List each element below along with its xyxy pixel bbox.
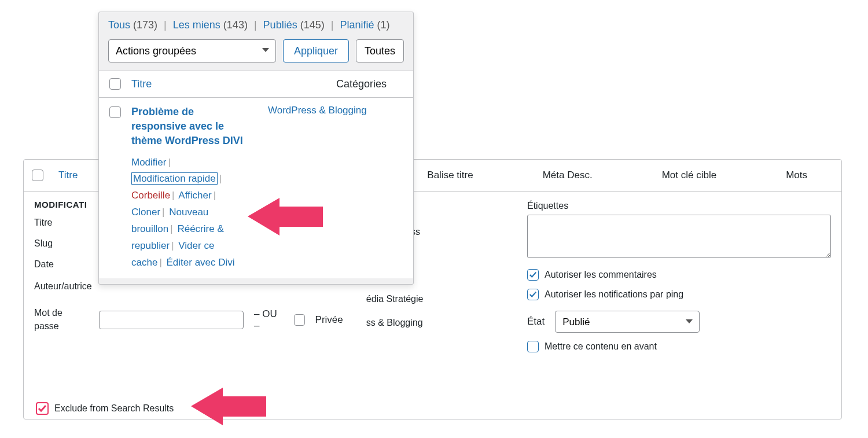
label-slug: Slug — [34, 238, 92, 249]
apply-button[interactable]: Appliquer — [283, 39, 349, 62]
action-edit[interactable]: Modifier — [131, 157, 166, 168]
label-allow-comments: Autoriser les commentaires — [545, 270, 657, 280]
bulk-actions-select[interactable]: Actions groupées — [108, 39, 276, 62]
col-balise-titre[interactable]: Balise titre — [427, 170, 473, 181]
filter-all[interactable]: Tous — [108, 19, 130, 31]
status-select[interactable]: Publié — [555, 311, 700, 333]
quick-edit-right: Étiquettes Autoriser les commentaires Au… — [527, 200, 831, 352]
filter-scheduled[interactable]: Planifié — [340, 19, 374, 31]
col-mots[interactable]: Mots — [786, 170, 807, 181]
private-checkbox[interactable] — [294, 314, 305, 326]
row-actions: Modifier| Modification rapide| Corbeille… — [131, 154, 247, 271]
table-header: Titre Catégories — [99, 71, 413, 97]
label-exclude: Exclude from Search Results — [54, 403, 174, 414]
filter-published-count: (145) — [300, 19, 325, 31]
col-mot-cle[interactable]: Mot clé cible — [662, 170, 716, 181]
filter-mine-count: (143) — [223, 19, 248, 31]
label-auteur: Auteur/autrice — [34, 280, 92, 293]
category-item[interactable]: ss & Blogging — [366, 315, 504, 333]
post-title-link[interactable]: Problème de responsive avec le thème Wor… — [131, 106, 243, 146]
filter-scheduled-count: (1) — [377, 19, 389, 31]
action-view[interactable]: Afficher — [178, 190, 211, 201]
action-trash[interactable]: Corbeille — [131, 190, 170, 201]
exclude-row: Exclude from Search Results — [36, 402, 174, 415]
select-all-checkbox[interactable] — [32, 170, 43, 181]
col-meta-desc[interactable]: Méta Desc. — [543, 170, 593, 181]
filter-all-count: (173) — [133, 19, 157, 31]
action-edit-divi[interactable]: Éditer avec Divi — [167, 257, 235, 268]
allow-pings-checkbox[interactable] — [527, 289, 539, 300]
action-clone[interactable]: Cloner — [131, 207, 160, 218]
row-checkbox[interactable] — [109, 106, 121, 118]
posts-list-overlay: Tous (173) | Les miens (143) | Publiés (… — [98, 12, 414, 285]
label-password: Mot de passe — [34, 307, 89, 333]
label-titre: Titre — [34, 218, 92, 228]
table-row: Problème de responsive avec le thème Wor… — [99, 97, 413, 278]
exclude-checkbox[interactable] — [36, 402, 49, 415]
label-privee: Privée — [315, 314, 343, 326]
col-categories: Catégories — [336, 78, 403, 90]
label-etat: État — [527, 316, 545, 327]
allow-comments-checkbox[interactable] — [527, 269, 539, 281]
status-filters: Tous (173) | Les miens (143) | Publiés (… — [99, 12, 413, 34]
post-category-link[interactable]: WordPress & Blogging — [268, 105, 367, 116]
featured-checkbox[interactable] — [527, 341, 539, 352]
tags-textarea[interactable] — [527, 215, 831, 258]
posts-table: Titre Catégories Problème de responsive … — [99, 71, 413, 278]
label-etiquettes: Étiquettes — [527, 201, 831, 211]
password-input[interactable] — [99, 311, 244, 329]
label-featured: Mettre ce contenu en avant — [545, 341, 657, 352]
col-title[interactable]: Titre — [131, 78, 152, 90]
label-allow-pings: Autoriser les notifications par ping — [545, 289, 683, 300]
filter-published[interactable]: Publiés — [263, 19, 297, 31]
action-quick-edit[interactable]: Modification rapide — [131, 172, 218, 185]
label-date: Date — [34, 259, 92, 270]
filter-mine[interactable]: Les miens — [173, 19, 220, 31]
col-title[interactable]: Titre — [58, 170, 78, 181]
select-all-checkbox[interactable] — [109, 78, 121, 90]
dates-filter-button[interactable]: Toutes — [356, 39, 404, 62]
category-item[interactable]: édia Stratégie — [366, 291, 504, 309]
label-ou: – OU – — [254, 308, 284, 332]
